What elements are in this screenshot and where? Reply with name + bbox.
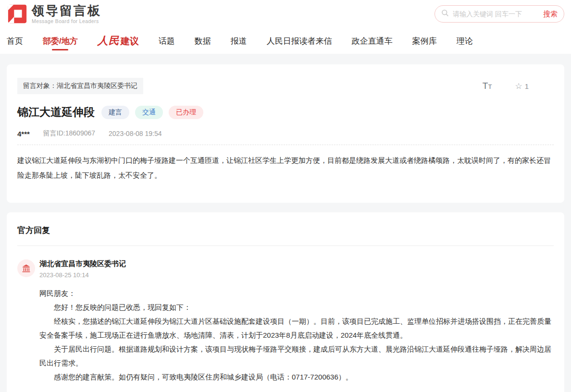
reply-paragraph: 您好！您反映的问题已收悉，现回复如下： bbox=[39, 300, 554, 314]
page: 领导留言板 Message Board for Leaders 搜索 首页部委/… bbox=[0, 0, 571, 392]
reply-paragraph: 网民朋友： bbox=[39, 286, 554, 300]
reply-section-title: 官方回复 bbox=[17, 225, 554, 236]
search-icon bbox=[441, 9, 449, 19]
site-title: 领导留言板 bbox=[32, 4, 101, 18]
star-icon: ☆ bbox=[515, 81, 522, 91]
search-button[interactable]: 搜索 bbox=[540, 10, 558, 19]
reply-paragraph: 感谢您的建言献策。如仍有疑问，可致电夷陵区住房和城乡建设局（电话：0717-72… bbox=[39, 370, 554, 384]
dashed-divider bbox=[17, 145, 554, 145]
star-count: 1 bbox=[525, 82, 529, 90]
reply-paragraph: 经核实，您描述的锦江大道延伸段为锦江大道片区基础设施配套建设项目（一期）。目前，… bbox=[39, 314, 554, 342]
tag-category: 建言 bbox=[101, 106, 129, 119]
nav-item-theory[interactable]: 理论 bbox=[457, 29, 473, 53]
reply-datetime: 2023-08-25 10:14 bbox=[39, 271, 554, 279]
site-logo-icon bbox=[7, 3, 28, 24]
site-subtitle: Message Board for Leaders bbox=[32, 19, 101, 24]
government-building-icon bbox=[17, 259, 35, 277]
font-size-icon[interactable]: TT bbox=[483, 81, 492, 91]
nav-item-home[interactable]: 首页 bbox=[7, 29, 23, 53]
tag-topic: 交通 bbox=[135, 106, 163, 119]
reply-author: 湖北省宜昌市夷陵区委书记 bbox=[39, 259, 554, 269]
nav-item-case-library[interactable]: 案例库 bbox=[412, 29, 437, 53]
header: 领导留言板 Message Board for Leaders 搜索 首页部委/… bbox=[0, 0, 571, 54]
favorite-button[interactable]: ☆ 1 bbox=[515, 81, 529, 91]
reply-paragraph: 关于居民出行问题。根据道路规划和设计方案，该项目与现状梅子垭路平交顺接，建成后可… bbox=[39, 342, 554, 370]
reply-card: 官方回复 湖北省宜昌市夷陵区委书记 2023-08- bbox=[7, 212, 564, 392]
main-nav: 首页部委/地方人民建议话题数据报道人民日报读者来信政企直通车案例库理论 bbox=[0, 28, 571, 54]
message-title: 锦江大道延伸段 bbox=[17, 105, 95, 120]
message-datetime: 2023-08-08 19:54 bbox=[109, 130, 162, 137]
nav-item-readers-letters[interactable]: 人民日报读者来信 bbox=[267, 29, 332, 53]
message-id: 留言ID:18609067 bbox=[43, 129, 95, 138]
message-card: 留言对象：湖北省宜昌市夷陵区委书记 TT ☆ 1 锦江大道延伸段 建言交通已办理… bbox=[7, 64, 564, 203]
main-content: 留言对象：湖北省宜昌市夷陵区委书记 TT ☆ 1 锦江大道延伸段 建言交通已办理… bbox=[0, 54, 571, 392]
tag-status: 已办理 bbox=[169, 106, 203, 119]
site-logo[interactable]: 领导留言板 Message Board for Leaders bbox=[7, 3, 101, 24]
message-body: 建议锦江大道延伸段与东湖初中门口的梅子垭路建一个互通匝道，让锦江社区学生上学更加… bbox=[17, 153, 554, 183]
section-divider bbox=[17, 245, 554, 246]
reply-body: 网民朋友：您好！您反映的问题已收悉，现回复如下：经核实，您描述的锦江大道延伸段为… bbox=[39, 286, 554, 384]
message-tags: 建言交通已办理 bbox=[101, 106, 203, 119]
message-target-badge: 留言对象：湖北省宜昌市夷陵区委书记 bbox=[17, 78, 143, 94]
search-input[interactable] bbox=[453, 10, 540, 18]
official-reply: 湖北省宜昌市夷陵区委书记 2023-08-25 10:14 网民朋友：您好！您反… bbox=[17, 259, 554, 384]
nav-item-peoples-suggestions[interactable]: 人民建议 bbox=[98, 27, 139, 55]
nav-item-topics[interactable]: 话题 bbox=[159, 29, 175, 53]
message-author: 4*** bbox=[17, 130, 30, 138]
nav-item-ministries-local[interactable]: 部委/地方 bbox=[43, 29, 78, 53]
nav-item-gov-biz-line[interactable]: 政企直通车 bbox=[352, 29, 393, 53]
search-box: 搜索 bbox=[434, 5, 564, 23]
nav-item-reports[interactable]: 报道 bbox=[231, 29, 247, 53]
nav-item-data[interactable]: 数据 bbox=[195, 29, 211, 53]
